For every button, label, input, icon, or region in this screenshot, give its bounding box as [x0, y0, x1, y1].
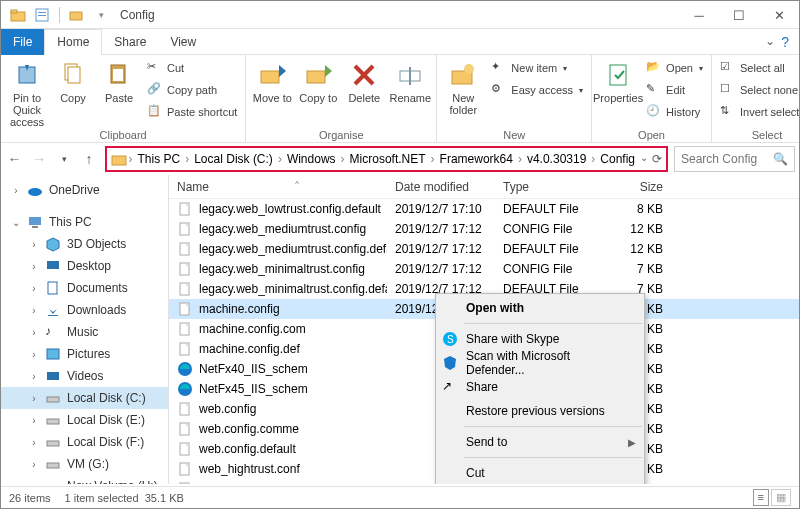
crumb-windows[interactable]: Windows: [284, 152, 339, 166]
easy-access-button[interactable]: ⚙Easy access▾: [487, 79, 587, 101]
file-icon: [177, 221, 193, 237]
new-folder-icon[interactable]: [66, 4, 88, 26]
file-row[interactable]: legacy.web_mediumtrust.config.default201…: [169, 239, 799, 259]
nav-downloads[interactable]: ›Downloads: [1, 299, 168, 321]
move-to-button[interactable]: Move to: [250, 57, 294, 104]
properties-button[interactable]: Properties: [596, 57, 640, 104]
col-type[interactable]: Type: [495, 180, 613, 194]
tab-home[interactable]: Home: [44, 29, 102, 55]
nav-local-c[interactable]: ›Local Disk (C:): [1, 387, 168, 409]
copy-button[interactable]: Copy: [51, 57, 95, 104]
details-view-button[interactable]: ≡: [753, 489, 769, 506]
nav-onedrive[interactable]: ›OneDrive: [1, 179, 168, 201]
ctx-share[interactable]: ↗Share: [436, 375, 644, 399]
file-name: NetFx45_IIS_schem: [199, 382, 308, 396]
drive-icon: [45, 412, 61, 428]
search-box[interactable]: Search Config 🔍: [674, 146, 795, 172]
recent-dropdown[interactable]: ▾: [55, 147, 74, 171]
ribbon-group-clipboard: Pin to Quick access Copy Paste ✂Cut 🔗Cop…: [1, 55, 246, 142]
group-label-open: Open: [596, 129, 707, 142]
col-size[interactable]: Size: [613, 180, 671, 194]
nav-vm-g[interactable]: ›VM (G:): [1, 453, 168, 475]
copy-path-button[interactable]: 🔗Copy path: [143, 79, 241, 101]
drive-icon: [45, 478, 61, 484]
col-date[interactable]: Date modified: [387, 180, 495, 194]
close-button[interactable]: ✕: [759, 1, 799, 29]
ribbon-collapse-icon[interactable]: ⌄: [765, 34, 775, 50]
pictures-icon: [45, 346, 61, 362]
tab-view[interactable]: View: [158, 29, 208, 55]
tab-share[interactable]: Share: [102, 29, 158, 55]
minimize-button[interactable]: ─: [679, 1, 719, 29]
cut-button[interactable]: ✂Cut: [143, 57, 241, 79]
file-date: 2019/12/7 17:12: [387, 242, 495, 256]
svg-rect-26: [32, 226, 38, 228]
back-button[interactable]: ←: [5, 147, 24, 171]
pin-label: Pin to Quick access: [5, 92, 49, 128]
pin-quick-access-button[interactable]: Pin to Quick access: [5, 57, 49, 128]
ctx-send-to[interactable]: Send to▶: [436, 430, 644, 454]
edit-button[interactable]: ✎Edit: [642, 79, 707, 101]
ribbon-group-open: Properties 📂Open▾ ✎Edit 🕘History Open: [592, 55, 712, 142]
delete-button[interactable]: Delete: [342, 57, 386, 104]
nav-documents[interactable]: ›Documents: [1, 277, 168, 299]
svg-rect-9: [68, 67, 80, 83]
file-name: legacy.web_minimaltrust.config.default: [199, 282, 387, 296]
refresh-icon[interactable]: ⟳: [652, 152, 662, 166]
file-row[interactable]: legacy.web_lowtrust.config.default2019/1…: [169, 199, 799, 219]
nav-videos[interactable]: ›Videos: [1, 365, 168, 387]
file-name: machine.config.com: [199, 322, 306, 336]
copy-to-button[interactable]: Copy to: [296, 57, 340, 104]
ctx-scan-defender[interactable]: Scan with Microsoft Defender...: [436, 351, 644, 375]
ctx-open-with[interactable]: Open with: [436, 296, 644, 320]
help-icon[interactable]: ?: [781, 34, 789, 50]
nav-pictures[interactable]: ›Pictures: [1, 343, 168, 365]
up-button[interactable]: ↑: [80, 147, 99, 171]
ctx-share-skype[interactable]: SShare with Skype: [436, 327, 644, 351]
ctx-restore-versions[interactable]: Restore previous versions: [436, 399, 644, 423]
file-name: web.config.comme: [199, 422, 299, 436]
history-button[interactable]: 🕘History: [642, 101, 707, 123]
rename-button[interactable]: Rename: [388, 57, 432, 104]
svg-rect-14: [307, 71, 325, 83]
nav-newvol-h[interactable]: ›New Volume (H:): [1, 475, 168, 484]
nav-thispc[interactable]: ⌄This PC: [1, 211, 168, 233]
invert-selection-button[interactable]: ⇅Invert selection: [716, 101, 800, 123]
file-name: web_hightrust.conf: [199, 462, 300, 476]
thumbnails-view-button[interactable]: ▦: [771, 489, 791, 506]
nav-local-e[interactable]: ›Local Disk (E:): [1, 409, 168, 431]
file-row[interactable]: legacy.web_mediumtrust.config2019/12/7 1…: [169, 219, 799, 239]
crumb-version[interactable]: v4.0.30319: [524, 152, 589, 166]
address-box[interactable]: › This PC› Local Disk (C:)› Windows› Mic…: [105, 146, 669, 172]
paste-shortcut-button[interactable]: 📋Paste shortcut: [143, 101, 241, 123]
file-row[interactable]: legacy.web_minimaltrust.config2019/12/7 …: [169, 259, 799, 279]
address-dropdown-icon[interactable]: ⌄: [640, 152, 648, 166]
select-none-button[interactable]: ☐Select none: [716, 79, 800, 101]
nav-3dobjects[interactable]: ›3D Objects: [1, 233, 168, 255]
select-all-button[interactable]: ☑Select all: [716, 57, 800, 79]
group-label-select: Select: [716, 129, 800, 142]
tab-file[interactable]: File: [1, 29, 44, 55]
crumb-localc[interactable]: Local Disk (C:): [191, 152, 276, 166]
nav-desktop[interactable]: ›Desktop: [1, 255, 168, 277]
paste-button[interactable]: Paste: [97, 57, 141, 104]
properties-icon[interactable]: [31, 4, 53, 26]
crumb-fw64[interactable]: Framework64: [437, 152, 516, 166]
nav-music[interactable]: ›♪Music: [1, 321, 168, 343]
cube-icon: [45, 236, 61, 252]
easyaccess-icon: ⚙: [491, 82, 507, 98]
new-folder-button[interactable]: New folder: [441, 57, 485, 116]
crumb-thispc[interactable]: This PC: [135, 152, 184, 166]
nav-local-f[interactable]: ›Local Disk (F:): [1, 431, 168, 453]
col-name[interactable]: Name˄: [169, 180, 387, 194]
crumb-config[interactable]: Config: [597, 152, 638, 166]
svg-rect-1: [11, 10, 17, 13]
open-button[interactable]: 📂Open▾: [642, 57, 707, 79]
navigation-pane: ›OneDrive ⌄This PC ›3D Objects ›Desktop …: [1, 175, 169, 484]
crumb-msnet[interactable]: Microsoft.NET: [347, 152, 429, 166]
new-item-button[interactable]: ✦New item▾: [487, 57, 587, 79]
ctx-cut[interactable]: Cut: [436, 461, 644, 484]
forward-button[interactable]: →: [30, 147, 49, 171]
maximize-button[interactable]: ☐: [719, 1, 759, 29]
qat-dropdown-icon[interactable]: ▾: [90, 4, 112, 26]
